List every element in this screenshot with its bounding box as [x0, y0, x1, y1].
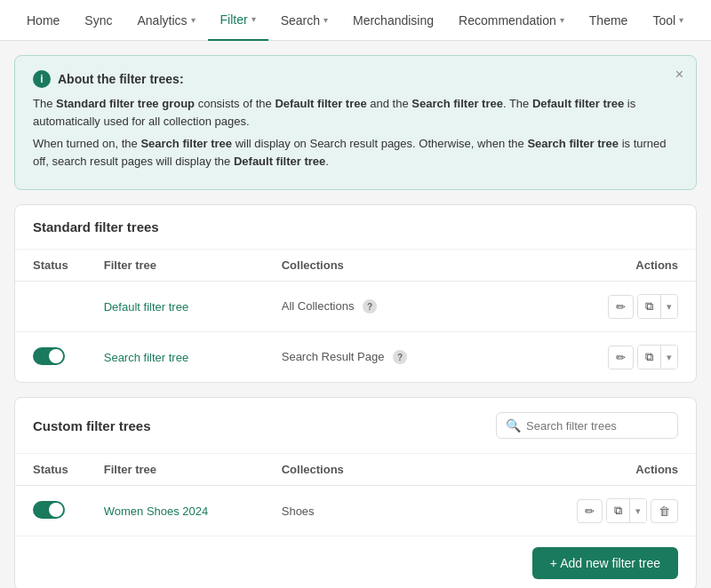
nav-merchandising[interactable]: Merchandising [340, 0, 446, 41]
copy-dropdown-button[interactable]: ▾ [660, 346, 677, 369]
table-row: Default filter tree All Collections ? ✏ … [15, 282, 696, 332]
chevron-down-icon: ▾ [679, 15, 683, 25]
status-cell [15, 282, 86, 332]
add-new-filter-tree-button[interactable]: + Add new filter tree [532, 547, 678, 579]
custom-card-header: Custom filter trees 🔍 [15, 398, 696, 454]
women-shoes-filter-tree-link[interactable]: Women Shoes 2024 [104, 505, 209, 518]
actions-group: ✏ ⧉ ▾ [607, 294, 678, 319]
nav-tool[interactable]: Tool▾ [640, 0, 696, 41]
actions-group: ✏ ⧉ ▾ 🗑 [577, 498, 678, 523]
collections-value: Search Result Page [282, 350, 385, 363]
chevron-down-icon: ▾ [191, 15, 196, 25]
copy-split-button: ⧉ ▾ [637, 294, 678, 319]
actions-group: ✏ ⧉ ▾ [607, 345, 678, 369]
filter-tree-cell: Women Shoes 2024 [86, 486, 264, 536]
search-filter-tree-link[interactable]: Search filter tree [104, 351, 188, 364]
collections-value: Shoes [282, 505, 315, 518]
nav-search[interactable]: Search▾ [268, 0, 340, 41]
filter-tree-cell: Default filter tree [86, 282, 264, 332]
standard-card-header: Standard filter trees [15, 205, 696, 250]
collections-value: All Collections [282, 299, 355, 313]
custom-filter-trees-card: Custom filter trees 🔍 Status Filter tree… [14, 397, 697, 588]
custom-filter-table: Status Filter tree Collections Actions W… [15, 454, 696, 536]
toggle-search-filter-tree[interactable] [33, 347, 65, 365]
nav-analytics[interactable]: Analytics▾ [124, 0, 207, 41]
col-collections: Collections [264, 454, 559, 486]
status-cell [15, 486, 86, 536]
edit-button[interactable]: ✏ [608, 295, 634, 319]
nav-sync[interactable]: Sync [72, 0, 124, 41]
default-filter-tree-link[interactable]: Default filter tree [104, 300, 188, 314]
status-cell [15, 332, 86, 383]
search-filter-trees-input[interactable] [526, 419, 668, 433]
filter-tree-cell: Search filter tree [86, 332, 264, 383]
col-actions: Actions [559, 454, 696, 486]
actions-cell: ✏ ⧉ ▾ [589, 332, 696, 383]
actions-cell: ✏ ⧉ ▾ [589, 282, 696, 332]
table-row: Search filter tree Search Result Page ? … [15, 332, 696, 383]
col-filter-tree: Filter tree [86, 250, 264, 282]
standard-filter-table: Status Filter tree Collections Actions D… [15, 250, 696, 382]
table-row: Women Shoes 2024 Shoes ✏ ⧉ ▾ 🗑 [15, 486, 696, 536]
help-icon[interactable]: ? [393, 350, 407, 364]
copy-dropdown-button[interactable]: ▾ [660, 295, 677, 318]
copy-split-button: ⧉ ▾ [606, 498, 647, 523]
nav-recommendation[interactable]: Recommendation▾ [446, 0, 577, 41]
chevron-down-icon: ▾ [252, 14, 256, 24]
nav-filter[interactable]: Filter▾ [208, 0, 268, 41]
standard-filter-trees-card: Standard filter trees Status Filter tree… [14, 204, 697, 383]
collections-cell: Search Result Page ? [264, 332, 589, 383]
col-filter-tree: Filter tree [86, 454, 264, 486]
copy-button[interactable]: ⧉ [638, 346, 660, 369]
main-nav: Home Sync Analytics▾ Filter▾ Search▾ Mer… [0, 0, 711, 41]
info-icon: i [33, 70, 51, 88]
search-filter-trees-box: 🔍 [496, 412, 678, 439]
info-box-paragraph2: When turned on, the Search filter tree w… [33, 135, 678, 170]
custom-card-title: Custom filter trees [33, 418, 151, 433]
nav-theme[interactable]: Theme [577, 0, 641, 41]
col-status: Status [15, 454, 86, 486]
col-collections: Collections [264, 250, 589, 282]
chevron-down-icon: ▾ [324, 15, 328, 25]
delete-button[interactable]: 🗑 [651, 499, 678, 523]
copy-button[interactable]: ⧉ [638, 295, 660, 318]
collections-cell: All Collections ? [264, 282, 589, 332]
info-box: i About the filter trees: The Standard f… [14, 55, 697, 190]
search-icon: 🔍 [506, 418, 521, 433]
copy-split-button: ⧉ ▾ [637, 345, 678, 369]
info-box-header: i About the filter trees: [33, 70, 678, 88]
add-button-row: + Add new filter tree [15, 536, 696, 588]
collections-cell: Shoes [264, 486, 559, 536]
toggle-women-shoes[interactable] [33, 501, 65, 519]
help-icon[interactable]: ? [363, 299, 377, 314]
standard-card-title: Standard filter trees [33, 219, 159, 234]
nav-home[interactable]: Home [14, 0, 72, 41]
edit-button[interactable]: ✏ [608, 346, 634, 369]
info-box-paragraph1: The Standard filter tree group consists … [33, 95, 678, 130]
info-box-title: About the filter trees: [58, 72, 184, 86]
edit-button[interactable]: ✏ [577, 499, 603, 523]
actions-cell: ✏ ⧉ ▾ 🗑 [559, 486, 696, 536]
copy-dropdown-button[interactable]: ▾ [629, 499, 646, 522]
col-actions: Actions [589, 250, 696, 282]
close-button[interactable]: × [675, 67, 683, 83]
col-status: Status [15, 250, 86, 282]
chevron-down-icon: ▾ [560, 15, 564, 25]
copy-button[interactable]: ⧉ [607, 499, 629, 522]
